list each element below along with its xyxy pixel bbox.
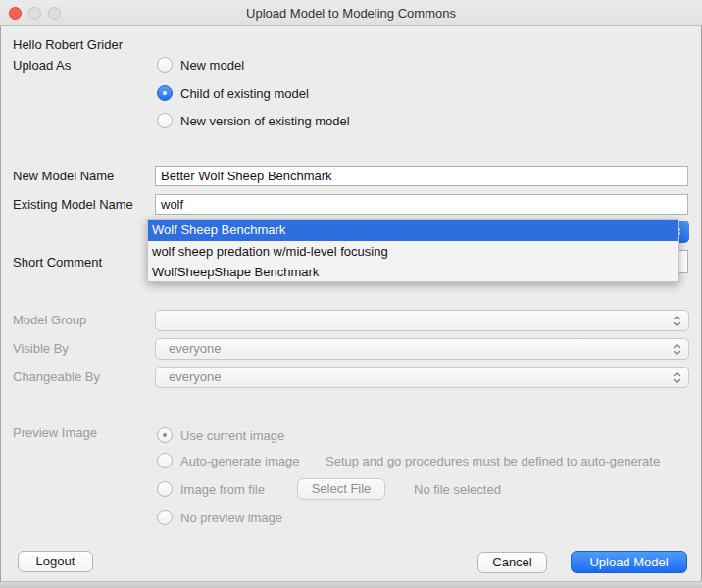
upload-model-button[interactable]: Upload Model [571, 551, 687, 573]
window-bottom-edge [0, 581, 702, 588]
cancel-button[interactable]: Cancel [477, 552, 547, 573]
chevron-up-down-icon [673, 371, 681, 384]
autocomplete-option[interactable]: wolf sheep predation w/mid-level focusin… [148, 241, 678, 262]
existing-model-name-input[interactable] [155, 194, 688, 215]
logout-button[interactable]: Logout [18, 551, 93, 572]
changeable-by-label: Changeable By [13, 369, 100, 385]
radio-image-from-file-label: Image from file [180, 482, 265, 498]
visible-by-label: Visible By [13, 341, 69, 357]
upload-dialog: Upload Model to Modeling Commons Hello R… [0, 0, 702, 588]
upload-as-label: Upload As [13, 58, 71, 74]
radio-new-version-label: New version of existing model [180, 114, 350, 129]
radio-use-current-image-label: Use current image [180, 428, 284, 444]
short-comment-label: Short Comment [13, 255, 102, 270]
changeable-by-select[interactable]: everyone [155, 367, 689, 388]
select-file-button[interactable]: Select File [297, 478, 385, 500]
radio-use-current-image[interactable] [157, 427, 173, 443]
window-title: Upload Model to Modeling Commons [0, 6, 702, 21]
visible-by-value: everyone [169, 341, 221, 356]
autocomplete-dropdown: Wolf Sheep Benchmark wolf sheep predatio… [147, 219, 679, 282]
radio-auto-generate-image[interactable] [157, 453, 173, 468]
radio-no-preview-image-label: No preview image [180, 511, 282, 526]
auto-generate-note: Setup and go procedures must be defined … [326, 454, 660, 469]
radio-new-version[interactable] [157, 113, 173, 128]
radio-new-model-label: New model [180, 58, 244, 74]
visible-by-select[interactable]: everyone [155, 338, 689, 360]
model-group-label: Model Group [13, 313, 86, 328]
existing-model-name-label: Existing Model Name [13, 197, 133, 213]
new-model-name-input[interactable] [155, 166, 688, 186]
autocomplete-option-highlighted[interactable]: Wolf Sheep Benchmark [148, 220, 678, 241]
changeable-by-value: everyone [169, 369, 221, 384]
radio-new-model[interactable] [157, 57, 173, 73]
no-file-selected-text: No file selected [414, 482, 501, 498]
radio-no-preview-image[interactable] [157, 510, 173, 525]
chevron-up-down-icon [673, 315, 681, 327]
radio-child-of-existing-label: Child of existing model [180, 86, 309, 102]
preview-image-label: Preview Image [13, 425, 97, 441]
titlebar: Upload Model to Modeling Commons [0, 0, 702, 26]
chevron-up-down-icon [673, 343, 681, 356]
greeting-text: Hello Robert Grider [13, 37, 123, 53]
radio-auto-generate-image-label: Auto-generate image [180, 454, 299, 469]
autocomplete-option[interactable]: WolfSheepShape Benchmark [148, 262, 678, 282]
radio-child-of-existing[interactable] [157, 85, 173, 101]
radio-image-from-file[interactable] [157, 481, 173, 497]
new-model-name-label: New Model Name [13, 169, 114, 184]
model-group-select[interactable] [155, 310, 689, 331]
